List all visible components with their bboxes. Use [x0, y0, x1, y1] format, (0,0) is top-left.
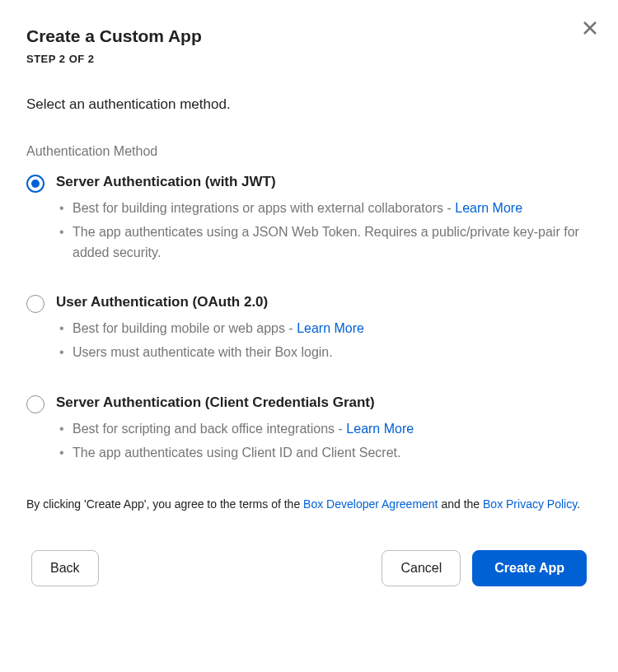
agreement-mid: and the	[438, 497, 484, 511]
privacy-policy-link[interactable]: Box Privacy Policy	[483, 497, 577, 511]
option-content: Server Authentication (with JWT) Best fo…	[56, 174, 592, 266]
radio-unselected-icon	[26, 295, 44, 313]
back-button[interactable]: Back	[31, 550, 99, 586]
bullet-text: Best for building mobile or web apps -	[73, 321, 297, 335]
agreement-pre: By clicking 'Create App', you agree to t…	[26, 497, 303, 511]
radio-unselected-icon	[26, 395, 44, 413]
option-bullet: Best for scripting and back office integ…	[58, 419, 592, 440]
developer-agreement-link[interactable]: Box Developer Agreement	[303, 497, 438, 511]
close-icon	[580, 18, 600, 38]
option-bullet: Best for building integrations or apps w…	[58, 198, 592, 219]
option-bullet: Best for building mobile or web apps - L…	[58, 319, 592, 339]
create-app-dialog: Create a Custom App STEP 2 OF 2 Select a…	[0, 0, 618, 611]
step-indicator: STEP 2 OF 2	[26, 53, 592, 65]
option-title: Server Authentication (with JWT)	[56, 174, 592, 190]
auth-option-oauth[interactable]: User Authentication (OAuth 2.0) Best for…	[26, 294, 592, 366]
agreement-post: .	[577, 497, 580, 511]
cancel-button[interactable]: Cancel	[382, 550, 461, 586]
learn-more-link[interactable]: Learn More	[297, 321, 364, 335]
dialog-title: Create a Custom App	[26, 26, 592, 46]
dialog-subtitle: Select an authentication method.	[26, 96, 592, 113]
auth-option-client-credentials[interactable]: Server Authentication (Client Credential…	[26, 394, 592, 467]
option-content: Server Authentication (Client Credential…	[56, 394, 592, 467]
option-content: User Authentication (OAuth 2.0) Best for…	[56, 294, 592, 366]
dialog-footer: Back Cancel Create App	[26, 550, 592, 586]
bullet-text: Best for building integrations or apps w…	[73, 201, 455, 215]
option-bullet: The app authenticates using a JSON Web T…	[58, 222, 592, 264]
option-bullet: The app authenticates using Client ID an…	[58, 443, 592, 464]
create-app-button[interactable]: Create App	[472, 550, 587, 586]
option-bullets: Best for scripting and back office integ…	[56, 419, 592, 464]
option-bullets: Best for building mobile or web apps - L…	[56, 319, 592, 363]
option-bullet: Users must authenticate with their Box l…	[58, 343, 592, 363]
bullet-text: Best for scripting and back office integ…	[73, 422, 346, 436]
learn-more-link[interactable]: Learn More	[346, 422, 414, 436]
option-title: Server Authentication (Client Credential…	[56, 394, 592, 411]
option-title: User Authentication (OAuth 2.0)	[56, 294, 592, 310]
close-button[interactable]	[580, 18, 600, 38]
learn-more-link[interactable]: Learn More	[455, 201, 522, 215]
auth-option-jwt[interactable]: Server Authentication (with JWT) Best fo…	[26, 174, 592, 266]
agreement-text: By clicking 'Create App', you agree to t…	[26, 495, 592, 515]
footer-right: Cancel Create App	[382, 550, 587, 586]
option-bullets: Best for building integrations or apps w…	[56, 198, 592, 263]
auth-method-label: Authentication Method	[26, 144, 592, 159]
radio-selected-icon	[26, 175, 44, 193]
